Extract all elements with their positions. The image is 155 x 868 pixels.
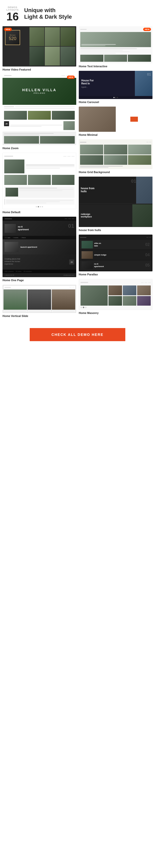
op-n1: [65, 218, 67, 219]
zoom-footer-imgs: [4, 136, 75, 144]
op-s3-num: 25: [71, 261, 73, 263]
zoom-navbar: [2, 74, 76, 77]
page-dot1: [36, 206, 37, 207]
home-minimal-caption: Home Minimal: [79, 132, 153, 137]
demo-card-home-vertical[interactable]: Home Vertical Slide: [2, 285, 76, 318]
parallax-nav: [80, 236, 151, 239]
vlabel1: [3, 310, 27, 312]
ti-thumbs: [80, 55, 151, 62]
home-vertical-screen: [2, 285, 76, 313]
minimal-box: [130, 117, 138, 122]
demo-card-home-parallax[interactable]: villa onlake 02 simple lodge 04: [79, 235, 153, 276]
hulls-caption: house from hulls: [79, 227, 153, 232]
op-stat2: 4 rooms: [13, 237, 18, 238]
carousel-wrapper: House ForRent In Agadir... 01: [79, 71, 153, 96]
op-section1: no 8apartment 01: [2, 221, 76, 236]
demo-card-home-one-page[interactable]: no 8apartment 01 233 sqm 4 rooms 2 floor…: [2, 217, 76, 282]
zoom-line2: [15, 106, 75, 107]
home-video-caption: Home Video Featured: [2, 66, 76, 71]
baroque-sign-text: Baroque: [9, 34, 15, 36]
redesign-left: redesignworkplace: [79, 204, 132, 227]
home-parallax-screen: villa onlake 02 simple lodge 04: [79, 235, 153, 271]
mcell5: [109, 296, 122, 306]
demo-card-home-zoom[interactable]: New HELLEN VILLA IRELAND: [2, 74, 76, 150]
cta-section: CHECK ALL DEMO HERE: [0, 320, 155, 349]
pi1-title: villa onlake: [94, 242, 144, 247]
minimal-right: [116, 106, 153, 132]
hulls-section: house fromhulls 01: [79, 177, 153, 204]
op-stats: 233 sqm 4 rooms 2 floors: [2, 236, 76, 239]
left-column: New Baroque 520 Home Video Featured: [2, 26, 76, 318]
op-s2-title: launch apartment: [21, 246, 37, 248]
demo-card-home-carousel[interactable]: House ForRent In Agadir... 01 Home Carou…: [79, 71, 153, 104]
page-header: DEMOS LAYOUTS 16 Unique withLight & Dark…: [0, 0, 155, 26]
dpt3: [19, 190, 63, 191]
op-bs1: 100+ projects: [4, 271, 13, 272]
mcell-big: [80, 285, 108, 306]
demo-card-hulls-combo[interactable]: house fromhulls 01 redesignworkplace hou…: [79, 177, 153, 232]
zoom-dl1: [10, 125, 63, 125]
vll2: [28, 311, 50, 311]
vn1: [70, 287, 72, 287]
masonry-footer: [80, 307, 151, 308]
grid-nav: [80, 141, 151, 144]
dpt2: [19, 189, 73, 190]
default-private: [4, 186, 75, 198]
quote-l1: [6, 200, 73, 201]
vertical-logo: [4, 287, 11, 288]
home-carousel-screen: House ForRent In Agadir... 01: [79, 71, 153, 99]
default-nav3: [72, 156, 75, 157]
vertical-nav: [3, 286, 75, 289]
home-carousel-caption: Home Carousel: [79, 99, 153, 104]
zoom-line3: [4, 108, 75, 109]
op-email: info@email.com: [64, 274, 74, 276]
ti-logo: [80, 29, 86, 30]
pi3-num: 05: [145, 263, 150, 268]
grid-cell-3: [61, 27, 75, 46]
vll3: [52, 311, 75, 311]
ti-h-line1: [81, 44, 116, 45]
demo-card-home-default[interactable]: Home Default: [2, 153, 76, 214]
op-stat1: 233 sqm: [4, 237, 10, 238]
mcell6: [123, 296, 137, 306]
op-s1-text: no 8apartment: [18, 225, 29, 231]
demo-card-home-masonry[interactable]: Home Masonry: [79, 279, 153, 315]
op-bottom-stats: 100+ projects 25 years 15 countries: [2, 270, 76, 273]
default-sub-img2: [28, 175, 50, 185]
carousel-loc: Agadir...: [81, 86, 132, 88]
default-logo: [4, 156, 13, 157]
parallax-item-3: no 8apartment 05: [80, 260, 151, 270]
vertical-wrapper: [2, 285, 76, 313]
home-masonry-caption: Home Masonry: [79, 310, 153, 315]
demo-card-home-minimal[interactable]: Home Minimal: [79, 106, 153, 137]
zoom-sub: IRELAND: [22, 92, 56, 94]
carousel-img: 01: [135, 71, 153, 96]
demos-number: 16: [5, 11, 20, 22]
pi1-img: [81, 241, 93, 248]
zoom-hero: HELLEN VILLA IRELAND: [2, 77, 76, 105]
redesign-section: redesignworkplace: [79, 204, 153, 227]
hulls-combo-screen: house fromhulls 01 redesignworkplace: [79, 177, 153, 227]
vll1: [4, 311, 27, 311]
demos-label: DEMOS: [5, 6, 20, 8]
demo-card-home-video[interactable]: New Baroque 520 Home Video Featured: [2, 26, 76, 71]
op-s1-img: [4, 224, 16, 233]
home-one-page-screen: no 8apartment 01 233 sqm 4 rooms 2 floor…: [2, 217, 76, 277]
op-section3: Creating places thatenhance the humanexp…: [2, 254, 76, 270]
gtl2: [80, 167, 109, 168]
default-main-row: [4, 159, 75, 173]
home-video-screen: New Baroque 520: [2, 26, 76, 66]
pi2-num: 04: [145, 253, 150, 257]
mcell3: [123, 285, 137, 295]
home-masonry-screen: [79, 279, 153, 310]
demo-card-home-text[interactable]: New: [79, 26, 153, 68]
op-section2: launch apartment: [2, 239, 76, 254]
minimal-img: [79, 106, 116, 132]
ti-thumb1: [80, 55, 104, 62]
home-text-screen: New: [79, 26, 153, 63]
cdot3: [117, 97, 118, 98]
demo-card-home-grid[interactable]: Home Grid Background: [79, 140, 153, 174]
zoom-name: HELLEN VILLA: [22, 88, 56, 92]
cta-button[interactable]: CHECK ALL DEMO HERE: [30, 328, 125, 341]
masonry-wrapper: [79, 279, 153, 310]
